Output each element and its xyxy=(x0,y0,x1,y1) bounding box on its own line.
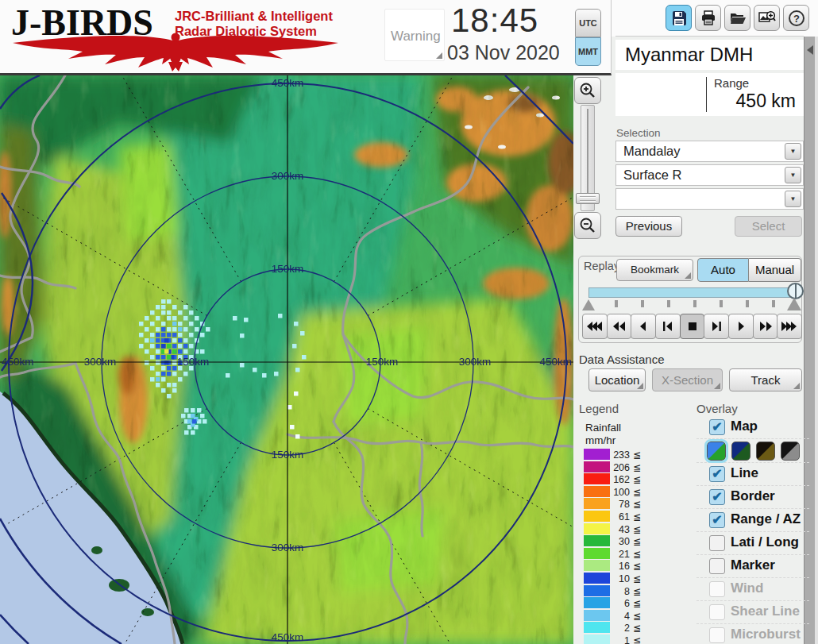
corner-fold-icon xyxy=(714,383,720,389)
legend-value: 206 xyxy=(601,462,630,473)
data-assistance-label: Data Assistance xyxy=(579,353,665,366)
echo-yellow xyxy=(164,349,169,354)
map-style-navy-darkgreen[interactable] xyxy=(731,442,750,461)
lte-symbol: ≦ xyxy=(633,487,641,498)
eagle-icon xyxy=(6,29,345,73)
selection-dropdown-2[interactable]: ▼ xyxy=(615,188,804,210)
replay-group: Replay Bookmark Auto Manual xyxy=(578,256,802,343)
selection-dropdown-1[interactable]: Surface R▼ xyxy=(615,164,804,186)
overlay-row-lati-long: Lati / Long xyxy=(696,532,809,555)
legend-value: 2 xyxy=(601,623,630,634)
border-checkbox[interactable]: ✔ xyxy=(709,489,725,505)
zoom-slider-handle[interactable] xyxy=(576,193,600,204)
dropdown-value: Surface R xyxy=(623,168,681,182)
lte-symbol: ≦ xyxy=(633,586,641,597)
marker-checkbox[interactable] xyxy=(709,558,725,574)
range-az-checkbox[interactable]: ✔ xyxy=(709,512,725,528)
replay-slider-handle[interactable] xyxy=(787,283,804,299)
help-button[interactable]: ? xyxy=(783,5,809,31)
svg-text:300km: 300km xyxy=(272,542,304,553)
zoom-out-button[interactable] xyxy=(574,212,601,239)
print-button[interactable] xyxy=(695,5,721,31)
button-label: Track xyxy=(751,373,781,387)
toolbar: ? xyxy=(666,5,809,32)
save-button[interactable] xyxy=(666,5,692,31)
legend-value: 21 xyxy=(601,549,630,560)
map-checkbox[interactable]: ✔ xyxy=(709,419,725,435)
playback-controls xyxy=(582,314,801,339)
fast-rewind-icon xyxy=(611,321,628,332)
selection-label: Selection xyxy=(616,127,661,139)
legend-row: 162≦ xyxy=(584,473,679,486)
print-icon xyxy=(700,10,716,26)
legend-value: 4 xyxy=(601,611,630,622)
range-value: 450 km xyxy=(736,91,796,112)
bookmark-button[interactable]: Bookmark xyxy=(616,259,693,281)
replay-slider-track[interactable] xyxy=(588,287,797,298)
slider-start-marker[interactable] xyxy=(582,299,595,310)
next-frame-button[interactable] xyxy=(704,314,729,339)
overlay-row-shear-line: Shear Line xyxy=(696,601,809,624)
capture-add-button[interactable] xyxy=(754,5,780,31)
jump-end-icon xyxy=(781,321,798,332)
svg-text:?: ? xyxy=(793,13,800,25)
map-style-black-olive[interactable] xyxy=(756,442,775,461)
legend-row: 61≦ xyxy=(584,511,679,523)
lte-symbol: ≦ xyxy=(633,449,641,461)
slider-end-marker[interactable] xyxy=(787,298,801,310)
step-back-button[interactable] xyxy=(631,314,656,339)
legend-value: 61 xyxy=(601,511,630,523)
lte-symbol: ≦ xyxy=(633,474,641,485)
jump-start-button[interactable] xyxy=(582,314,608,339)
zoom-in-button[interactable] xyxy=(574,77,601,104)
prev-frame-button[interactable] xyxy=(655,314,681,339)
line-checkbox[interactable]: ✔ xyxy=(709,466,725,482)
map-style-black-gray[interactable] xyxy=(781,442,800,461)
step-back-icon xyxy=(635,321,652,332)
slider-tick xyxy=(615,300,618,307)
capture-add-icon xyxy=(758,10,776,26)
location-button[interactable]: Location xyxy=(588,368,646,391)
chevron-down-icon[interactable]: ▼ xyxy=(785,167,801,183)
clock-time: 18:45 xyxy=(451,2,570,40)
selection-dropdown-0[interactable]: Mandalay▼ xyxy=(615,141,804,162)
lte-symbol: ≦ xyxy=(633,598,641,609)
legend-value: 1 xyxy=(601,635,630,644)
jump-end-button[interactable] xyxy=(777,314,802,339)
collapse-arrow-icon xyxy=(807,45,813,55)
line-label: Line xyxy=(731,465,758,481)
legend-row: 21≦ xyxy=(584,548,679,561)
fast-rewind-button[interactable] xyxy=(607,314,632,339)
corner-fold-icon xyxy=(637,383,643,389)
border-label: Border xyxy=(731,488,775,504)
legend-value: 100 xyxy=(601,487,630,498)
panel-splitter-edge xyxy=(815,36,818,644)
warning-button[interactable]: Warning xyxy=(384,9,445,61)
stop-button[interactable] xyxy=(680,314,705,339)
open-folder-button[interactable] xyxy=(724,5,750,31)
svg-text:300km: 300km xyxy=(459,356,492,368)
manual-button[interactable]: Manual xyxy=(749,258,801,282)
track-button[interactable]: Track xyxy=(729,368,802,391)
legend-row: 2≦ xyxy=(584,622,679,634)
radar-map[interactable]: 450km300km150km150km300km450km450km300km… xyxy=(0,75,573,644)
zoom-slider-groove xyxy=(587,109,588,202)
lte-symbol: ≦ xyxy=(633,611,641,622)
chevron-down-icon[interactable]: ▼ xyxy=(785,143,801,160)
overlay-row-range-az: ✔Range / AZ xyxy=(696,509,809,532)
open-folder-icon xyxy=(729,10,747,26)
mmt-button[interactable]: MMT xyxy=(575,37,601,66)
auto-button[interactable]: Auto xyxy=(697,258,749,282)
panel-divider xyxy=(615,36,804,37)
play-button[interactable] xyxy=(728,314,754,339)
lati-long-checkbox[interactable] xyxy=(709,535,725,551)
svg-text:150km: 150km xyxy=(177,356,210,368)
overlay-row-wind: Wind xyxy=(696,578,809,601)
chevron-down-icon[interactable]: ▼ xyxy=(785,191,801,207)
fast-forward-button[interactable] xyxy=(753,314,778,339)
replay-label: Replay xyxy=(584,260,619,272)
utc-button[interactable]: UTC xyxy=(575,9,601,37)
map-style-blue-green[interactable] xyxy=(707,442,726,461)
previous-button[interactable]: Previous xyxy=(615,216,682,237)
legend-value: 43 xyxy=(601,524,630,535)
